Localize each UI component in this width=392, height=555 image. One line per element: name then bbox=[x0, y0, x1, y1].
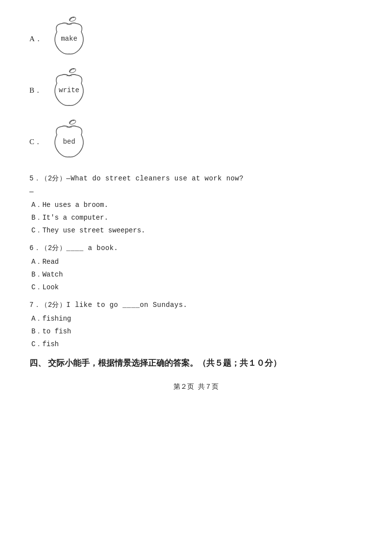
section-four-header: 四、 交际小能手，根据情景选择正确的答案。（共５题；共１０分） bbox=[29, 357, 363, 369]
question-5: 5．（2分）—What do street cleaners use at wo… bbox=[29, 174, 363, 235]
svg-point-4 bbox=[69, 119, 76, 125]
apple-options-section: A． make B． write bbox=[29, 15, 363, 169]
svg-text:make: make bbox=[61, 35, 77, 43]
svg-text:bed: bed bbox=[63, 138, 75, 146]
q7-option-c: C．fish bbox=[29, 340, 363, 349]
q7-option-a: A．fishing bbox=[29, 314, 363, 323]
q5-dash: — bbox=[29, 188, 363, 196]
svg-point-0 bbox=[69, 16, 76, 22]
svg-text:write: write bbox=[59, 86, 79, 94]
q6-text: 6．（2分）____ a book. bbox=[29, 244, 363, 252]
apple-label-a: A． bbox=[29, 34, 43, 44]
q5-option-a: A．He uses a broom. bbox=[29, 201, 363, 209]
question-6: 6．（2分）____ a book. A．Read B．Watch C．Look bbox=[29, 244, 363, 292]
apple-image-c: bed bbox=[47, 118, 91, 166]
q5-text: 5．（2分）—What do street cleaners use at wo… bbox=[29, 174, 363, 183]
apple-option-a: A． make bbox=[29, 15, 91, 63]
q7-option-b: B．to fish bbox=[29, 327, 363, 336]
q5-option-c: C．They use street sweepers. bbox=[29, 226, 363, 235]
apple-image-a: make bbox=[47, 15, 91, 63]
question-7: 7．（2分）I like to go ____on Sundays. A．fis… bbox=[29, 301, 363, 349]
apple-image-b: write bbox=[47, 66, 91, 115]
q7-text: 7．（2分）I like to go ____on Sundays. bbox=[29, 301, 363, 309]
q5-option-b: B．It's a computer. bbox=[29, 213, 363, 222]
q6-option-a: A．Read bbox=[29, 257, 363, 266]
apple-label-c: C． bbox=[29, 137, 43, 147]
q6-option-b: B．Watch bbox=[29, 270, 363, 279]
apple-option-c: C． bed bbox=[29, 118, 91, 166]
page-footer: 第２页 共７页 bbox=[29, 382, 363, 391]
svg-point-2 bbox=[69, 68, 76, 74]
apple-option-b: B． write bbox=[29, 66, 91, 115]
apple-label-b: B． bbox=[29, 86, 43, 95]
q6-option-c: C．Look bbox=[29, 283, 363, 292]
